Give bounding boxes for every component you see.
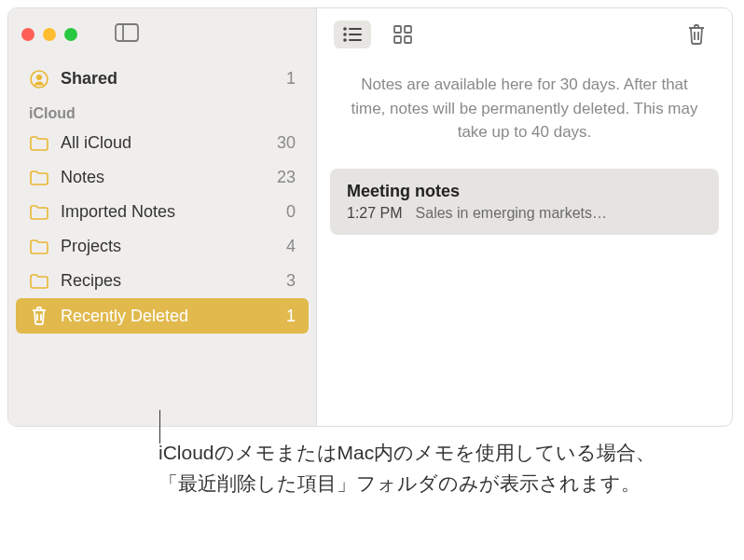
svg-rect-7 xyxy=(349,28,362,30)
shared-count: 1 xyxy=(286,69,296,89)
note-meta: 1:27 PM Sales in emerging markets… xyxy=(347,205,702,222)
delete-button[interactable] xyxy=(678,20,715,48)
main-pane: Notes are available here for 30 days. Af… xyxy=(317,8,732,426)
folder-label: Recently Deleted xyxy=(61,307,275,326)
folder-label: Notes xyxy=(61,168,266,187)
svg-rect-14 xyxy=(394,36,401,43)
folder-count: 30 xyxy=(277,133,296,153)
sidebar-item-imported-notes[interactable]: Imported Notes 0 xyxy=(8,195,316,229)
minimize-button[interactable] xyxy=(43,28,56,41)
svg-point-10 xyxy=(343,38,347,42)
folder-label: All iCloud xyxy=(61,133,266,153)
sidebar-item-notes[interactable]: Notes 23 xyxy=(8,160,316,195)
folder-count: 23 xyxy=(277,168,296,187)
note-preview: Sales in emerging markets… xyxy=(416,205,702,222)
folder-count: 4 xyxy=(286,237,296,256)
note-title: Meeting notes xyxy=(347,182,702,201)
sidebar-item-all-icloud[interactable]: All iCloud 30 xyxy=(8,126,316,160)
shared-icon xyxy=(29,70,49,89)
close-button[interactable] xyxy=(21,28,34,41)
folder-count: 1 xyxy=(286,307,296,326)
folder-list: All iCloud 30 Notes 23 Imported Notes 0 xyxy=(8,126,316,334)
folder-label: Projects xyxy=(61,237,275,256)
section-header-icloud: iCloud xyxy=(8,102,316,126)
sidebar: Shared 1 iCloud All iCloud 30 Notes 23 xyxy=(8,8,317,426)
callout-text: iCloudのメモまたはMac内のメモを使用している場合、「最近削除した項目」フ… xyxy=(158,438,681,499)
svg-rect-15 xyxy=(405,36,411,43)
svg-rect-11 xyxy=(349,39,362,41)
titlebar xyxy=(8,8,316,60)
sidebar-item-recipes[interactable]: Recipes 3 xyxy=(8,264,316,298)
sidebar-item-projects[interactable]: Projects 4 xyxy=(8,229,316,264)
notes-window: Shared 1 iCloud All iCloud 30 Notes 23 xyxy=(7,7,733,427)
folder-icon xyxy=(29,239,49,255)
svg-point-6 xyxy=(343,27,347,31)
sidebar-toggle-button[interactable] xyxy=(115,23,139,46)
folder-label: Imported Notes xyxy=(61,202,275,222)
list-view-button[interactable] xyxy=(334,20,371,48)
folder-icon xyxy=(29,273,49,290)
maximize-button[interactable] xyxy=(64,28,77,41)
window-controls xyxy=(21,28,77,41)
svg-rect-12 xyxy=(394,26,401,33)
trash-icon xyxy=(29,306,49,326)
shared-label: Shared xyxy=(61,69,275,89)
folder-icon xyxy=(29,170,49,186)
folder-icon xyxy=(29,204,49,221)
note-item[interactable]: Meeting notes 1:27 PM Sales in emerging … xyxy=(330,169,719,235)
svg-rect-9 xyxy=(349,34,362,35)
sidebar-item-shared[interactable]: Shared 1 xyxy=(8,60,316,102)
grid-view-button[interactable] xyxy=(384,20,421,48)
svg-rect-0 xyxy=(116,24,138,41)
sidebar-item-recently-deleted[interactable]: Recently Deleted 1 xyxy=(16,298,309,334)
svg-rect-13 xyxy=(405,26,411,33)
folder-icon xyxy=(29,135,49,152)
folder-count: 3 xyxy=(286,271,296,291)
svg-point-8 xyxy=(343,33,347,36)
folder-count: 0 xyxy=(286,202,296,222)
note-time: 1:27 PM xyxy=(347,205,403,222)
info-text: Notes are available here for 30 days. Af… xyxy=(317,60,732,169)
folder-label: Recipes xyxy=(61,271,275,291)
svg-point-3 xyxy=(36,75,42,80)
main-toolbar xyxy=(317,8,732,60)
